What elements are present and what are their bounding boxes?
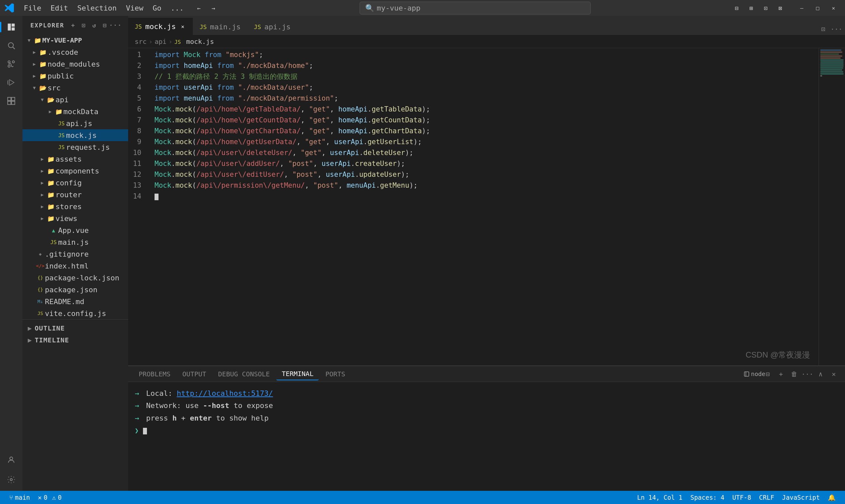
layout-panel-btn[interactable]: ⊟ bbox=[731, 2, 743, 14]
tree-appvue[interactable]: ▲ App.vue bbox=[22, 224, 128, 236]
collapse-all-btn[interactable]: ⊟ bbox=[100, 20, 110, 30]
tree-views[interactable]: ▶ 📁 views bbox=[22, 212, 128, 224]
new-file-btn[interactable]: + bbox=[69, 20, 78, 30]
status-position[interactable]: Ln 14, Col 1 bbox=[633, 491, 686, 504]
tree-node-modules[interactable]: ▶ 📁 node_modules bbox=[22, 58, 128, 70]
menu-go[interactable]: Go bbox=[149, 3, 166, 14]
layout-sidebar-btn[interactable]: ⊡ bbox=[760, 2, 772, 14]
editor-area: JS mock.js ✕ JS main.js JS api.js ⊡ ··· … bbox=[128, 16, 845, 491]
router-arrow: ▶ bbox=[38, 192, 46, 197]
tab-output[interactable]: OUTPUT bbox=[177, 368, 211, 380]
nav-forward-btn[interactable]: → bbox=[207, 2, 219, 14]
terminal-split-btn[interactable]: ⊟ bbox=[762, 368, 774, 380]
status-notifications[interactable]: 🔔 bbox=[824, 491, 840, 504]
layout-custom-btn[interactable]: ⊠ bbox=[774, 2, 786, 14]
more-tab-actions-btn[interactable]: ··· bbox=[830, 23, 842, 35]
menu-edit[interactable]: Edit bbox=[47, 3, 72, 14]
tree-assets[interactable]: ▶ 📁 assets bbox=[22, 153, 128, 165]
mainjs-icon: JS bbox=[49, 239, 58, 246]
readme-icon: M↓ bbox=[36, 299, 45, 304]
tree-src[interactable]: ▼ 📂 src bbox=[22, 82, 128, 94]
help-label: press bbox=[146, 414, 172, 422]
refresh-btn[interactable]: ↺ bbox=[90, 20, 99, 30]
tree-components[interactable]: ▶ 📁 components bbox=[22, 165, 128, 177]
tree-viteconfigjs[interactable]: JS vite.config.js bbox=[22, 307, 128, 319]
code-editor[interactable]: 12345 678910 11121314 import Mock from "… bbox=[128, 48, 845, 365]
tree-stores[interactable]: ▶ 📁 stores bbox=[22, 200, 128, 212]
status-line-ending[interactable]: CRLF bbox=[755, 491, 778, 504]
vscode-icon: 📁 bbox=[38, 49, 48, 56]
tab-ports[interactable]: PORTS bbox=[320, 368, 350, 380]
search-box[interactable]: 🔍 my-vue-app bbox=[360, 2, 591, 15]
tree-indexhtml[interactable]: </> index.html bbox=[22, 260, 128, 272]
tree-requestjs[interactable]: JS request.js bbox=[22, 141, 128, 153]
menu-more[interactable]: ... bbox=[167, 3, 188, 14]
components-arrow: ▶ bbox=[38, 168, 46, 174]
terminal-new-btn[interactable]: + bbox=[775, 368, 787, 380]
tree-mainjs[interactable]: JS main.js bbox=[22, 236, 128, 248]
outline-header[interactable]: ▶ OUTLINE bbox=[22, 322, 128, 334]
tab-terminal[interactable]: TERMINAL bbox=[276, 368, 318, 380]
svg-rect-8 bbox=[7, 101, 11, 105]
tree-readmemd[interactable]: M↓ README.md bbox=[22, 295, 128, 307]
tree-mainjs-label: main.js bbox=[58, 238, 125, 246]
tree-packagelockjson[interactable]: {} package-lock.json bbox=[22, 272, 128, 284]
status-language[interactable]: JavaScript bbox=[778, 491, 824, 504]
timeline-header[interactable]: ▶ TIMELINE bbox=[22, 334, 128, 346]
breadcrumb-api[interactable]: api bbox=[155, 38, 167, 46]
tree-viteconfigjs-label: vite.config.js bbox=[45, 309, 125, 318]
activity-accounts[interactable] bbox=[3, 451, 20, 468]
more-options-btn[interactable]: ··· bbox=[111, 20, 120, 30]
tree-router[interactable]: ▶ 📁 router bbox=[22, 189, 128, 200]
tab-problems[interactable]: PROBLEMS bbox=[133, 368, 176, 380]
mockjs-close-btn[interactable]: ✕ bbox=[179, 23, 186, 30]
tree-apijs-label: api.js bbox=[66, 120, 125, 128]
tree-packagejson[interactable]: {} package.json bbox=[22, 284, 128, 295]
maximize-btn[interactable]: □ bbox=[810, 2, 825, 14]
layout-editor-btn[interactable]: ⊞ bbox=[745, 2, 757, 14]
status-encoding[interactable]: UTF-8 bbox=[728, 491, 755, 504]
activity-run-debug[interactable] bbox=[3, 74, 20, 91]
activity-settings[interactable] bbox=[3, 471, 20, 488]
code-content[interactable]: import Mock from "mockjs"; import homeAp… bbox=[149, 48, 818, 365]
close-btn[interactable]: ✕ bbox=[826, 2, 841, 14]
terminal-up-btn[interactable]: ∧ bbox=[815, 368, 827, 380]
menu-view[interactable]: View bbox=[122, 3, 147, 14]
nav-back-btn[interactable]: ← bbox=[193, 2, 205, 14]
tree-api[interactable]: ▼ 📂 api bbox=[22, 94, 128, 106]
terminal-delete-btn[interactable]: 🗑 bbox=[788, 368, 800, 380]
tree-root[interactable]: ▼ 📁 MY-VUE-APP bbox=[22, 34, 128, 46]
tab-apijs[interactable]: JS api.js bbox=[247, 18, 297, 35]
activity-explorer[interactable] bbox=[3, 18, 20, 36]
breadcrumb-file[interactable]: JS mock.js bbox=[174, 38, 214, 46]
terminal-more-btn[interactable]: ··· bbox=[801, 368, 813, 380]
breadcrumb-src[interactable]: src bbox=[135, 38, 146, 46]
tab-debug-console[interactable]: DEBUG CONSOLE bbox=[213, 368, 275, 380]
terminal-close-btn[interactable]: ✕ bbox=[828, 368, 840, 380]
tree-public[interactable]: ▶ 📁 public bbox=[22, 70, 128, 82]
new-folder-btn[interactable]: ⊡ bbox=[79, 20, 88, 30]
line-numbers: 12345 678910 11121314 bbox=[128, 48, 149, 365]
tab-mockjs[interactable]: JS mock.js ✕ bbox=[128, 18, 193, 35]
local-link[interactable]: http://localhost:5173/ bbox=[177, 389, 273, 397]
menu-selection[interactable]: Selection bbox=[73, 3, 121, 14]
tree-config[interactable]: ▶ 📁 config bbox=[22, 177, 128, 189]
tree-mockjs[interactable]: JS mock.js bbox=[22, 129, 128, 141]
split-editor-btn[interactable]: ⊡ bbox=[817, 23, 829, 35]
tree-api-js[interactable]: JS api.js bbox=[22, 118, 128, 129]
menu-file[interactable]: File bbox=[20, 3, 45, 14]
minimize-btn[interactable]: — bbox=[794, 2, 809, 14]
status-spaces[interactable]: Spaces: 4 bbox=[687, 491, 728, 504]
tree-mockdata[interactable]: ▶ 📁 mockData bbox=[22, 106, 128, 118]
status-branch[interactable]: ⑂ main bbox=[5, 491, 34, 504]
tree-gitignore[interactable]: ◈ .gitignore bbox=[22, 248, 128, 260]
sidebar: EXPLORER + ⊡ ↺ ⊟ ··· ▼ 📁 MY-VUE-APP ▶ 📁 bbox=[22, 16, 128, 491]
activity-search[interactable] bbox=[3, 37, 20, 54]
status-errors[interactable]: ✕ 0 ⚠ 0 bbox=[34, 491, 66, 504]
tab-mainjs[interactable]: JS main.js bbox=[193, 18, 247, 35]
tree-public-label: public bbox=[48, 72, 125, 80]
tree-vscode[interactable]: ▶ 📁 .vscode bbox=[22, 46, 128, 58]
activity-source-control[interactable] bbox=[3, 55, 20, 73]
terminal-content[interactable]: → Local: http://localhost:5173/ → Networ… bbox=[128, 382, 845, 491]
activity-extensions[interactable] bbox=[3, 92, 20, 109]
